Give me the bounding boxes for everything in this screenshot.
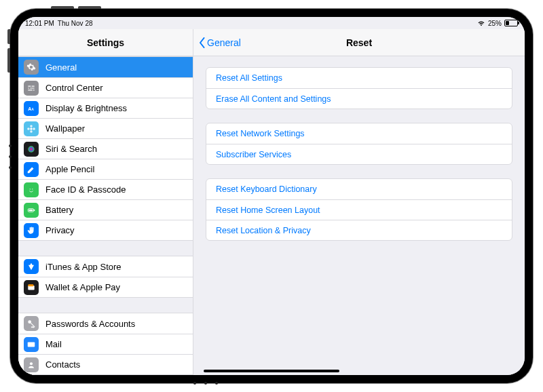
detail-title: Reset xyxy=(346,37,372,48)
svg-point-8 xyxy=(30,189,31,189)
sidebar-item-label: Control Center xyxy=(45,83,103,93)
key-icon xyxy=(24,316,39,331)
detail-group: Reset All SettingsErase All Content and … xyxy=(206,67,512,109)
detail-row-label: Reset Location & Privacy xyxy=(216,226,311,235)
mail-icon xyxy=(24,337,39,352)
sidebar-list[interactable]: GeneralControl CenterAADisplay & Brightn… xyxy=(18,56,193,375)
detail-navbar: General Reset xyxy=(193,29,525,56)
volume-down-button[interactable] xyxy=(78,6,101,9)
status-bar: 12:01 PM Thu Nov 28 25% xyxy=(18,17,525,29)
detail-group: Reset Network SettingsSubscriber Service… xyxy=(206,123,512,165)
sidebar-group: GeneralControl CenterAADisplay & Brightn… xyxy=(18,56,193,241)
sidebar-item-battery[interactable]: Battery xyxy=(18,199,193,220)
sidebar-item-apple-pencil[interactable]: Apple Pencil xyxy=(18,159,193,179)
status-date: Thu Nov 28 xyxy=(58,20,93,27)
detail-row-label: Reset All Settings xyxy=(216,73,282,83)
svg-point-5 xyxy=(27,128,30,130)
svg-rect-14 xyxy=(28,284,33,286)
sidebar-item-label: Wallpaper xyxy=(45,123,85,134)
sidebar-item-label: Face ID & Passcode xyxy=(45,184,126,195)
sidebar-item-label: General xyxy=(45,62,77,73)
pencil-icon xyxy=(24,162,39,177)
svg-point-17 xyxy=(30,362,33,365)
detail-row-label: Subscriber Services xyxy=(216,150,291,159)
detail-row-label: Reset Keyboard Dictionary xyxy=(216,184,317,194)
detail-row-label: Erase All Content and Settings xyxy=(216,94,331,104)
reset-all-settings-row[interactable]: Reset All Settings xyxy=(206,68,512,88)
wifi-icon xyxy=(477,20,485,26)
svg-point-2 xyxy=(30,128,33,130)
sidebar-item-label: Siri & Search xyxy=(45,144,97,154)
siri-icon xyxy=(24,142,39,157)
gear-icon xyxy=(24,60,39,75)
sidebar-item-label: Apple Pencil xyxy=(45,164,94,174)
sidebar-group: Passwords & AccountsMailContactsCalendar xyxy=(18,313,193,375)
sliders-icon xyxy=(24,81,39,96)
svg-point-4 xyxy=(30,130,33,133)
sidebar-item-calendar[interactable]: Calendar xyxy=(18,374,193,375)
svg-point-3 xyxy=(30,125,33,128)
svg-rect-16 xyxy=(28,342,35,347)
sidebar-item-label: Battery xyxy=(45,205,73,215)
sidebar-item-label: Contacts xyxy=(45,359,80,370)
svg-text:A: A xyxy=(32,107,35,111)
face-icon xyxy=(24,182,39,197)
volume-up-button[interactable] xyxy=(51,6,74,9)
svg-point-6 xyxy=(33,128,35,130)
svg-point-15 xyxy=(28,320,31,324)
status-time: 12:01 PM xyxy=(25,20,54,27)
aa-icon: AA xyxy=(24,101,39,116)
screen: 12:01 PM Thu Nov 28 25% Settings General… xyxy=(18,17,525,375)
settings-sidebar: Settings GeneralControl CenterAADisplay … xyxy=(18,29,193,375)
sidebar-title: Settings xyxy=(87,37,124,48)
reset-home-screen-row[interactable]: Reset Home Screen Layout xyxy=(206,199,512,220)
sidebar-navbar: Settings xyxy=(18,29,193,56)
appstore-icon xyxy=(24,259,39,274)
hand-icon xyxy=(24,223,39,238)
battery-icon xyxy=(24,203,39,218)
wallet-icon xyxy=(24,280,39,295)
reset-location-privacy-row[interactable]: Reset Location & Privacy xyxy=(206,220,512,240)
sidebar-item-face-id[interactable]: Face ID & Passcode xyxy=(18,179,193,199)
sidebar-item-itunes[interactable]: iTunes & App Store xyxy=(18,256,193,277)
sidebar-item-label: Privacy xyxy=(45,225,75,235)
sidebar-item-label: Wallet & Apple Pay xyxy=(45,282,120,292)
svg-text:A: A xyxy=(28,106,31,111)
status-battery-pct: 25% xyxy=(488,20,502,27)
sidebar-item-contacts[interactable]: Contacts xyxy=(18,354,193,374)
sidebar-item-privacy[interactable]: Privacy xyxy=(18,220,193,240)
sidebar-item-label: Mail xyxy=(45,339,62,349)
sidebar-item-wallpaper[interactable]: Wallpaper xyxy=(18,118,193,138)
back-button[interactable]: General xyxy=(199,37,241,48)
detail-group: Reset Keyboard DictionaryReset Home Scre… xyxy=(206,178,512,241)
flower-icon xyxy=(24,121,39,136)
sidebar-group: iTunes & App StoreWallet & Apple Pay xyxy=(18,256,193,298)
sidebar-item-passwords[interactable]: Passwords & Accounts xyxy=(18,313,193,334)
subscriber-services-row[interactable]: Subscriber Services xyxy=(206,144,512,164)
svg-rect-11 xyxy=(34,209,35,210)
sidebar-item-label: iTunes & App Store xyxy=(45,262,121,272)
reset-keyboard-row[interactable]: Reset Keyboard Dictionary xyxy=(206,179,512,199)
sidebar-item-siri[interactable]: Siri & Search xyxy=(18,138,193,159)
detail-body[interactable]: Reset All SettingsErase All Content and … xyxy=(193,56,525,265)
detail-row-label: Reset Home Screen Layout xyxy=(216,205,320,215)
svg-point-7 xyxy=(28,146,34,152)
sidebar-item-control-center[interactable]: Control Center xyxy=(18,77,193,98)
sidebar-item-label: Passwords & Accounts xyxy=(45,319,135,329)
svg-rect-12 xyxy=(29,209,33,210)
sidebar-item-mail[interactable]: Mail xyxy=(18,334,193,354)
sidebar-item-general[interactable]: General xyxy=(18,57,193,77)
ipad-device-frame: 12:01 PM Thu Nov 28 25% Settings General… xyxy=(10,9,533,383)
sidebar-item-label: Display & Brightness xyxy=(45,103,127,113)
svg-point-9 xyxy=(32,189,33,189)
detail-row-label: Reset Network Settings xyxy=(216,129,305,138)
contacts-icon xyxy=(24,357,39,372)
sidebar-item-display[interactable]: AADisplay & Brightness xyxy=(18,98,193,118)
erase-all-row[interactable]: Erase All Content and Settings xyxy=(206,88,512,109)
chevron-left-icon xyxy=(199,37,206,48)
home-indicator[interactable] xyxy=(204,370,339,372)
sidebar-item-wallet[interactable]: Wallet & Apple Pay xyxy=(18,277,193,297)
back-label: General xyxy=(207,37,241,48)
reset-network-row[interactable]: Reset Network Settings xyxy=(206,123,512,144)
battery-icon xyxy=(504,20,518,26)
